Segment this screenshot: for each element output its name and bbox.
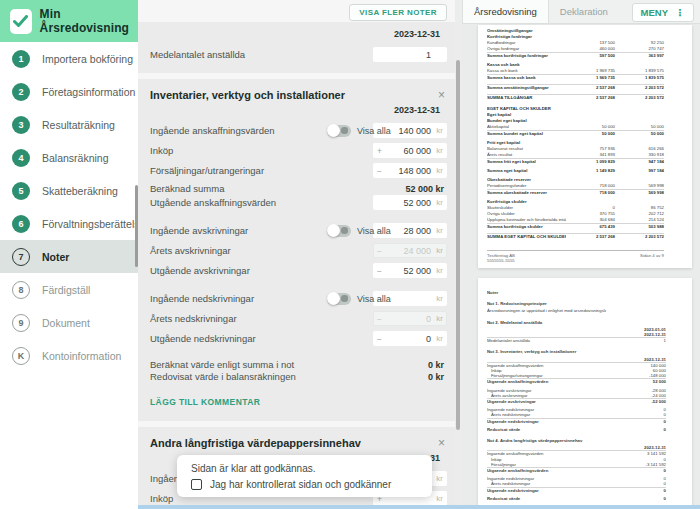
step-number-badge: 9 xyxy=(12,314,30,332)
step-number-badge: 3 xyxy=(12,116,30,134)
document-row: Not 4. Andra långfristiga värdepappersin… xyxy=(487,438,666,443)
unit-suffix: kr xyxy=(431,314,443,323)
sidebar-item-label: Förvaltningsberättelse xyxy=(42,218,145,230)
sidebar-item[interactable]: 2 Företagsinformation xyxy=(0,75,138,108)
document-row: Utgående avskrivningar -52 000 xyxy=(487,398,666,404)
calculated-sum: 52 000 kr xyxy=(405,184,447,194)
input-value: 60 000 xyxy=(385,146,431,156)
visa-alla-toggle[interactable] xyxy=(327,293,351,305)
preview-page-noter: Noter Not 1. Redovisningsprinciper Årsre… xyxy=(478,278,692,509)
amount-input[interactable]: − 0 kr xyxy=(373,331,447,346)
approval-dialog: Sidan är klar att godkännas. Jag har kon… xyxy=(177,455,432,497)
document-row: 2023-12-31 xyxy=(487,445,666,450)
sidebar-item[interactable]: 8 Färdigställ xyxy=(0,273,138,306)
input-value: 52 000 xyxy=(385,266,431,276)
step-number-badge: 1 xyxy=(12,50,30,68)
sidebar-item[interactable]: 1 Importera bokföring xyxy=(0,42,138,75)
visa-alla-toggle[interactable] xyxy=(327,125,351,137)
sidebar-item[interactable]: 5 Skatteberäkning xyxy=(0,174,138,207)
app-logo-checkmark-icon xyxy=(10,9,32,34)
meny-button[interactable]: MENY ⋮ xyxy=(632,3,694,22)
document-row: Försäljningar -3 141 592 xyxy=(487,462,666,467)
main-scrollbar-thumb[interactable] xyxy=(456,60,460,430)
document-row: Medelantalet anställda 1 xyxy=(487,337,666,343)
top-note-card: 2023-12-31 Medelantalet anställda 1 xyxy=(138,22,455,73)
kebab-menu-icon: ⋮ xyxy=(675,7,685,18)
column-date-header: 2023-12-31 xyxy=(150,105,447,115)
form-row: Årets nedskrivningar − 0 kr xyxy=(150,311,447,326)
field-label: Årets avskrivningar xyxy=(150,245,373,256)
document-preview-panel: Årsredovisning Deklaration MENY ⋮ Omsätt… xyxy=(462,0,700,509)
field-label: Beräknat värde enligt summa i not xyxy=(150,359,428,370)
amount-input[interactable]: + 60 000 kr xyxy=(373,143,447,158)
sidebar-item-label: Resultaträkning xyxy=(42,119,115,131)
form-row: Ingående avskrivningar Visa alla − 28 00… xyxy=(150,223,447,238)
close-icon[interactable]: × xyxy=(436,437,447,449)
section-title: Inventarier, verktyg och installationer xyxy=(150,89,345,101)
main-toolbar: VISA FLER NOTER xyxy=(138,0,455,22)
unit-suffix: kr xyxy=(431,266,443,275)
sidebar-item-label: Dokument xyxy=(42,317,90,329)
form-row: Beräknat värde enligt summa i not 0 kr xyxy=(150,359,447,370)
amount-input[interactable]: − 52 000 kr xyxy=(373,263,447,278)
sidebar-item-label: Skatteberäkning xyxy=(42,185,118,197)
amount-input[interactable]: − 24 000 kr xyxy=(373,243,447,258)
sidebar-item[interactable]: 4 Balansräkning xyxy=(0,141,138,174)
unit-suffix: kr xyxy=(431,146,443,155)
sidebar-item-label: Färdigställ xyxy=(42,284,90,296)
tab-deklaration[interactable]: Deklaration xyxy=(549,0,619,23)
visa-fler-noter-button[interactable]: VISA FLER NOTER xyxy=(349,4,447,21)
amount-input[interactable]: − 0 kr xyxy=(373,311,447,326)
form-row: Utgående nedskrivningar − 0 kr xyxy=(150,331,447,346)
add-comment-link[interactable]: LÄGG TILL KOMMENTAR xyxy=(150,397,260,407)
field-label: Redovisat värde i balansräkningen xyxy=(150,371,428,382)
preview-tabbar: Årsredovisning Deklaration MENY ⋮ xyxy=(462,0,700,24)
document-row: Summa fritt eget kapital 1 099 829 947 1… xyxy=(487,158,664,165)
sidebar-item[interactable]: 3 Resultaträkning xyxy=(0,108,138,141)
sidebar-item[interactable]: K Kontoinformation xyxy=(0,339,138,372)
unit-suffix: kr xyxy=(431,494,443,503)
sign-prefix: + xyxy=(377,146,385,156)
page-footer: Testföretag AB 5555555-5555 Sidan 4 av 9 xyxy=(487,250,664,263)
amount-input[interactable]: 1 xyxy=(373,47,447,62)
calculated-sum: 0 kr xyxy=(428,372,447,382)
form-row: Redovisat värde i balansräkningen 0 kr xyxy=(150,371,447,382)
document-row: SUMMA EGET KAPITAL OCH SKULDER 2 537 268… xyxy=(487,233,664,240)
sidebar-item[interactable]: 6 Förvaltningsberättelse xyxy=(0,207,138,240)
field-label: Beräknad summa xyxy=(150,183,405,194)
balance-sheet-rows: Omsättningstillgångar Kortfristiga fordr… xyxy=(487,28,664,240)
document-row: Övriga fordringar 460 000 270 747 xyxy=(487,46,664,52)
tab-arsredovisning[interactable]: Årsredovisning xyxy=(462,0,549,23)
sign-prefix: − xyxy=(377,334,385,344)
amount-input[interactable]: 52 000 kr xyxy=(373,195,447,210)
sidebar-item[interactable]: 9 Dokument xyxy=(0,306,138,339)
step-number-badge: 2 xyxy=(12,83,30,101)
form-row: Beräknad summa 52 000 kr xyxy=(150,183,447,194)
approval-checkbox-row[interactable]: Jag har kontrollerat sidan och godkänner xyxy=(191,479,418,490)
sidebar-item-label: Noter xyxy=(42,251,69,263)
amount-input[interactable]: − 148 000 kr xyxy=(373,163,447,178)
meny-label: MENY xyxy=(641,7,668,18)
close-icon[interactable]: × xyxy=(436,89,447,101)
sidebar: Min Årsredovisning 1 Importera bokföring… xyxy=(0,0,138,509)
sidebar-item-label: Företagsinformation xyxy=(42,86,135,98)
document-row: Summa kortfristiga skulder 675 439 503 9… xyxy=(487,223,664,230)
approve-checkbox[interactable] xyxy=(191,479,202,490)
field-label: Försäljningar/utrangeringar xyxy=(150,165,373,176)
field-label: Inköp xyxy=(150,145,373,156)
document-row: Årets nedskrivningar 0 xyxy=(487,412,666,417)
step-number-badge: 5 xyxy=(12,182,30,200)
step-number-badge: 6 xyxy=(12,215,30,233)
unit-suffix: kr xyxy=(431,166,443,175)
visa-alla-toggle[interactable] xyxy=(327,225,351,237)
sign-prefix: − xyxy=(377,166,385,176)
unit-suffix: kr xyxy=(431,334,443,343)
input-value: 140 000 xyxy=(385,126,431,136)
input-value: 148 000 xyxy=(385,166,431,176)
section-rows: Ingående anskaffningsvärden Visa alla 14… xyxy=(150,123,447,382)
field-label: Utgående avskrivningar xyxy=(150,265,373,276)
toggle-label: Visa alla xyxy=(357,226,391,236)
step-number-badge: K xyxy=(12,347,30,365)
main-scrollbar-track[interactable] xyxy=(455,0,462,509)
sidebar-item[interactable]: 7 Noter xyxy=(0,240,138,273)
